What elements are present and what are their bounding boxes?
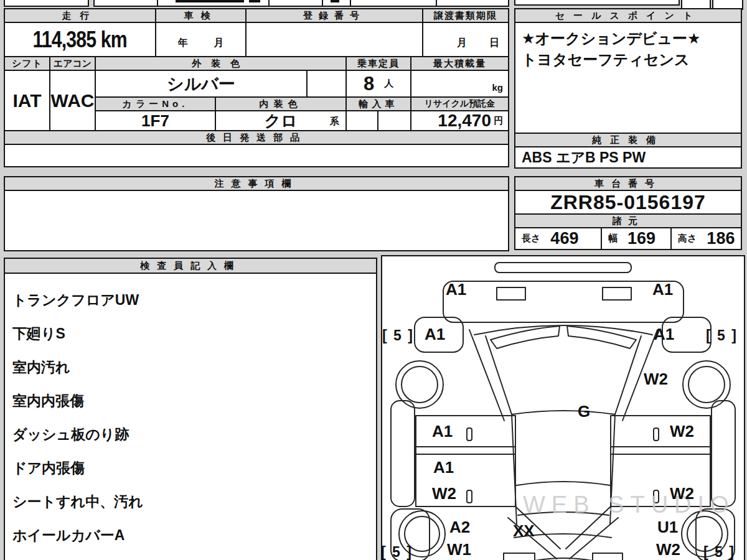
- damage-label-front-door-right: W2: [670, 423, 694, 439]
- later-parts-body: [4, 144, 509, 167]
- capacity-number: 8: [364, 73, 374, 95]
- cutoff-cell: [93, 0, 158, 7]
- aircon-value: WAC: [49, 70, 96, 131]
- import-header: 輸入車: [345, 96, 411, 111]
- damage-label-rear-fender-left: A2: [449, 519, 470, 535]
- mileage-header: 走行: [4, 8, 156, 23]
- exterior-color-value: シルバー: [95, 70, 308, 98]
- interior-color-header: 内装色: [215, 96, 347, 111]
- transfer-month-label: 月: [457, 37, 467, 50]
- transfer-day-label: 日: [489, 37, 499, 50]
- chassis-value: ZRR85-0156197: [514, 190, 742, 215]
- damage-label-rear-corner-right: W2: [656, 541, 680, 558]
- spec-height-label: 高さ: [678, 233, 697, 245]
- max-load-header: 最大積載量: [410, 56, 509, 71]
- recycle-unit: 円: [494, 115, 503, 127]
- registration-value: [245, 22, 423, 57]
- inspector-body: トランクフロアUW 下廻りS 室内汚れ 室内内張傷 ダッシュ板のり跡 ドア内張傷…: [4, 273, 377, 560]
- sales-point-line: トヨタセーフティセンス: [522, 49, 735, 70]
- spec-width-label: 幅: [608, 233, 618, 245]
- transfer-deadline-value: 月 日: [422, 22, 509, 57]
- cutoff-cell: [322, 0, 351, 7]
- equipment-body: ABS エアB PS PW: [514, 146, 742, 169]
- auction-sheet: 走行 車検 登録番号 譲渡書類期限 114,385 km 年 月 月 日 シフト…: [0, 0, 747, 560]
- max-load-value: kg: [410, 70, 509, 98]
- transfer-deadline-header: 譲渡書類期限: [422, 8, 509, 23]
- capacity-unit: 人: [384, 78, 393, 90]
- cutoff-cell: [4, 0, 89, 7]
- shift-header: シフト: [4, 56, 50, 71]
- rating-rear-right: [ 5 ]: [703, 544, 735, 560]
- damage-label-front-door-left: A1: [432, 423, 453, 439]
- chassis-header: 車台番号: [514, 176, 742, 191]
- shaken-month-label: 月: [214, 37, 224, 50]
- color-no-value: 1F7: [95, 110, 216, 131]
- spec-length-label: 長さ: [522, 233, 540, 245]
- cutoff-cell: [436, 0, 509, 7]
- damage-diagram: WEB STUDIO: [381, 255, 745, 560]
- damage-label-front-fender-left: A1: [425, 326, 445, 342]
- equipment-header: 純正装備: [514, 133, 742, 147]
- cutoff-text-fragment: [249, 0, 260, 2]
- inspector-note: 下廻りS: [12, 325, 369, 342]
- exterior-color-header: 外装色: [95, 56, 347, 71]
- max-load-unit: kg: [492, 82, 503, 93]
- cutoff-cell: [350, 0, 437, 7]
- damage-label-rear-gate: XX: [513, 523, 535, 539]
- cutoff-text-fragment: [176, 0, 244, 2]
- inspector-header: 検査員記入欄: [4, 258, 377, 274]
- cutoff-cell: [268, 0, 323, 7]
- inspector-note: シートすれ中、汚れ: [12, 493, 369, 510]
- interior-color-suffix: 系: [330, 116, 339, 128]
- spec-length-cell: 長さ 469: [514, 227, 602, 250]
- spec-width-cell: 幅 169: [601, 227, 672, 250]
- inspector-note: ホイールカバーA: [12, 527, 369, 544]
- spec-width-value: 169: [627, 229, 655, 248]
- rating-front-left: [ 5 ]: [382, 327, 414, 343]
- sales-point-line: ★オークションデビュー★: [522, 28, 735, 49]
- recycle-amount: 12,470: [438, 111, 491, 131]
- registration-header: 登録番号: [245, 8, 423, 23]
- caution-header: 注意事項欄: [4, 176, 509, 191]
- mileage-text: 114,385 km: [33, 27, 127, 53]
- inspector-note: ドア内張傷: [12, 460, 369, 477]
- damage-label-rear-fender-right: U1: [657, 519, 678, 535]
- recycle-deposit-value: 12,470 円: [410, 110, 509, 131]
- shaken-year-label: 年: [178, 37, 188, 50]
- capacity-value: 8 人: [345, 70, 411, 98]
- damage-label-front-bumper-left: A1: [446, 281, 466, 297]
- damage-label-slide-door-right-lower: W2: [670, 485, 694, 502]
- color-no-header: カラーNo.: [95, 96, 216, 111]
- caution-body: [4, 190, 509, 251]
- cutoff-text-fragment: [331, 0, 339, 2]
- spec-height-cell: 高さ 186: [670, 227, 742, 250]
- spec-height-value: 186: [707, 229, 735, 248]
- inspector-note: 室内汚れ: [12, 359, 369, 376]
- interior-color-text: クロ: [264, 110, 297, 132]
- mileage-value: 114,385 km: [4, 22, 156, 57]
- sales-point-body: ★オークションデビュー★ トヨタセーフティセンス: [514, 22, 742, 134]
- shaken-value: 年 月: [155, 22, 247, 57]
- aircon-header: エアコン: [49, 56, 96, 71]
- inspector-note: トランクフロアUW: [12, 292, 369, 309]
- damage-label-cowl-right: W2: [644, 371, 668, 387]
- specs-header: 諸元: [514, 213, 742, 228]
- exterior-color-subcell: [306, 70, 347, 98]
- car-top-view-drawing: [382, 256, 744, 560]
- damage-label-front-fender-right: A1: [654, 326, 674, 342]
- cutoff-cell: [157, 0, 270, 7]
- inspector-note: ダッシュ板のり跡: [12, 426, 369, 443]
- rating-front-right: [ 5 ]: [706, 327, 738, 343]
- shift-value: IAT: [4, 70, 50, 131]
- inspector-note: 室内内張傷: [12, 393, 369, 409]
- capacity-header: 乗車定員: [345, 56, 411, 71]
- import-value-a: [345, 110, 378, 131]
- damage-label-front-bumper-right: A1: [652, 281, 673, 297]
- sales-point-header: セールスポイント: [514, 8, 742, 23]
- equipment-value: ABS エアB PS PW: [522, 148, 646, 167]
- later-parts-header: 後日発送部品: [4, 130, 509, 145]
- recycle-deposit-header: リサイクル預託金: [410, 96, 509, 111]
- shaken-header: 車検: [155, 8, 247, 23]
- import-value-b: [377, 110, 411, 131]
- interior-color-value: クロ 系: [215, 110, 347, 131]
